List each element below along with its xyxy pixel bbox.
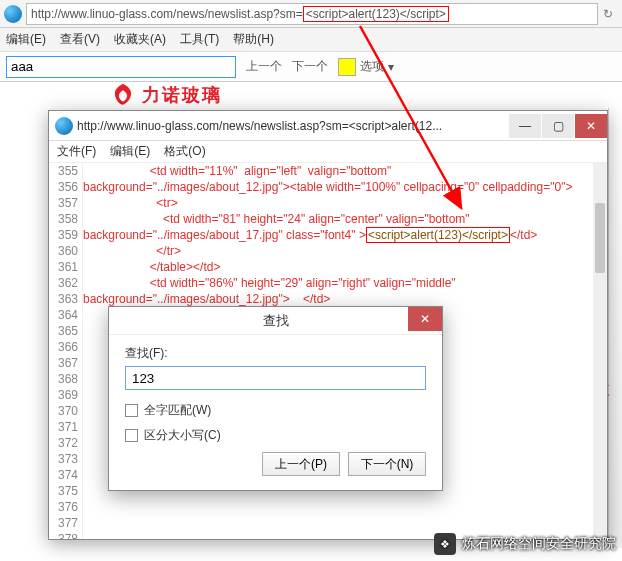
maximize-button[interactable]: ▢: [542, 114, 574, 138]
find-dialog-input[interactable]: [125, 366, 426, 390]
whole-word-checkbox-row[interactable]: 全字匹配(W): [125, 402, 426, 419]
menu-favorites[interactable]: 收藏夹(A): [114, 31, 166, 48]
find-dialog-titlebar[interactable]: 查找 ✕: [109, 307, 442, 335]
menu-tools[interactable]: 工具(T): [180, 31, 219, 48]
logo-text: 力诺玻璃: [142, 83, 222, 107]
find-input-label: 查找(F):: [125, 345, 426, 362]
find-next-button[interactable]: 下一个(N): [348, 452, 426, 476]
match-case-label: 区分大小写(C): [144, 427, 221, 444]
right-scroll-strip: [608, 108, 622, 548]
close-button[interactable]: ✕: [575, 114, 607, 138]
src-menu-file[interactable]: 文件(F): [57, 143, 96, 160]
logo-icon: [110, 82, 136, 108]
ie-icon: [4, 5, 22, 23]
match-case-checkbox-row[interactable]: 区分大小写(C): [125, 427, 426, 444]
url-input[interactable]: http://www.linuo-glass.com/news/newslist…: [26, 3, 598, 25]
address-bar: http://www.linuo-glass.com/news/newslist…: [0, 0, 622, 28]
page-find-bar: 上一个 下一个 选项 ▾: [0, 52, 622, 82]
src-menu-edit[interactable]: 编辑(E): [110, 143, 150, 160]
find-dialog-title: 查找: [263, 312, 289, 330]
page-find-input[interactable]: [6, 56, 236, 78]
menu-help[interactable]: 帮助(H): [233, 31, 274, 48]
source-menu-bar: 文件(F) 编辑(E) 格式(O): [49, 141, 607, 163]
source-window-title: http://www.linuo-glass.com/news/newslist…: [77, 119, 508, 133]
minimize-button[interactable]: —: [509, 114, 541, 138]
url-prefix: http://www.linuo-glass.com/news/newslist…: [31, 7, 303, 21]
find-dialog: 查找 ✕ 查找(F): 全字匹配(W) 区分大小写(C) 上一个(P) 下一个(…: [108, 306, 443, 491]
refresh-icon[interactable]: ↻: [598, 7, 618, 21]
find-dialog-close-button[interactable]: ✕: [408, 307, 442, 331]
whole-word-checkbox[interactable]: [125, 404, 138, 417]
scrollbar-thumb[interactable]: [595, 203, 605, 273]
page-find-options-label: 选项: [360, 58, 384, 75]
wechat-icon: ❖: [434, 533, 456, 555]
line-number-gutter: 355 356 357 358 359 360 361 362 363 364 …: [49, 163, 83, 539]
page-find-options[interactable]: 选项 ▾: [338, 58, 394, 76]
ie-icon: [55, 117, 73, 135]
site-logo-area: 力诺玻璃: [0, 82, 622, 108]
chevron-down-icon: ▾: [388, 60, 394, 74]
browser-menu-bar: 编辑(E) 查看(V) 收藏夹(A) 工具(T) 帮助(H): [0, 28, 622, 52]
menu-view[interactable]: 查看(V): [60, 31, 100, 48]
vertical-scrollbar[interactable]: [593, 163, 607, 539]
src-menu-format[interactable]: 格式(O): [164, 143, 205, 160]
url-highlighted-payload: <script>alert(123)</script>: [303, 6, 449, 22]
find-prev-button[interactable]: 上一个(P): [262, 452, 340, 476]
match-case-checkbox[interactable]: [125, 429, 138, 442]
page-find-next[interactable]: 下一个: [292, 58, 328, 75]
watermark: ❖ 炼石网络空间安全研究院: [434, 533, 616, 555]
menu-edit[interactable]: 编辑(E): [6, 31, 46, 48]
watermark-text: 炼石网络空间安全研究院: [462, 535, 616, 553]
whole-word-label: 全字匹配(W): [144, 402, 211, 419]
page-find-prev[interactable]: 上一个: [246, 58, 282, 75]
highlight-icon: [338, 58, 356, 76]
source-titlebar[interactable]: http://www.linuo-glass.com/news/newslist…: [49, 111, 607, 141]
